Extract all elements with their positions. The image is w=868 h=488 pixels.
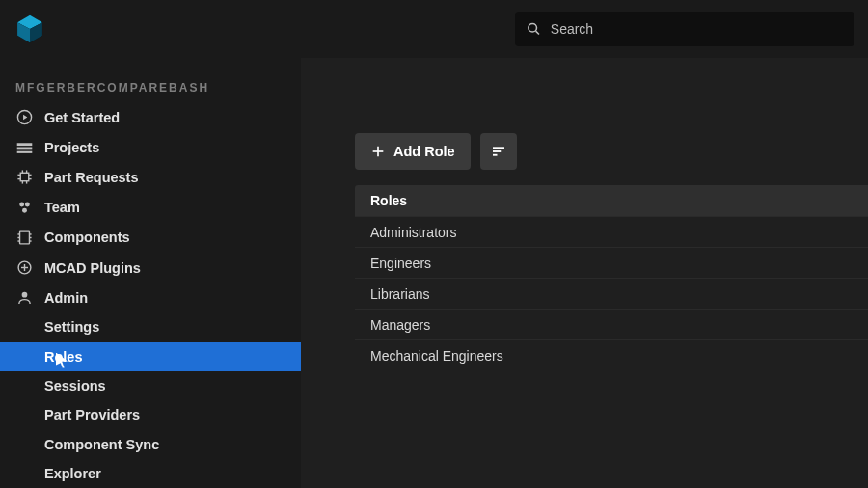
components-icon [15,229,33,246]
svg-point-22 [22,208,27,213]
main-content: Add Role Roles Administrators Engineers … [301,58,868,488]
svg-point-4 [529,23,537,32]
app-root: MFGERBERCOMPAREBASH Get Started Projects… [0,0,868,488]
svg-point-33 [21,292,27,298]
table-row[interactable]: Mechanical Engineers [355,339,868,370]
admin-sub-explorer[interactable]: Explorer [0,459,301,488]
svg-point-21 [24,202,29,206]
workspace-name: MFGERBERCOMPAREBASH [0,81,301,102]
table-header-label: Roles [370,193,407,208]
svg-rect-8 [16,144,32,147]
sidebar-item-admin[interactable]: Admin [0,283,301,312]
table-row[interactable]: Administrators [355,216,868,247]
admin-sub-roles[interactable]: Roles [0,342,301,371]
sidebar-item-label: Projects [44,140,99,155]
table-row[interactable]: Managers [355,309,868,339]
toolbar: Add Role [355,133,517,170]
plus-icon [370,144,386,159]
team-icon [15,199,33,216]
body: MFGERBERCOMPAREBASH Get Started Projects… [0,58,868,488]
search-field[interactable] [515,12,854,46]
admin-sub-component-sync[interactable]: Component Sync [0,429,301,458]
sidebar-item-team[interactable]: Team [0,193,301,223]
plugin-icon [15,259,33,277]
sidebar-item-label: MCAD Plugins [44,260,141,276]
sidebar-item-label: Get Started [44,110,120,125]
admin-sub-part-providers[interactable]: Part Providers [0,400,301,429]
svg-rect-10 [16,151,32,153]
sort-button[interactable] [480,133,517,170]
svg-marker-7 [23,115,27,121]
sidebar: MFGERBERCOMPAREBASH Get Started Projects… [0,58,301,488]
admin-sub-settings[interactable]: Settings [0,312,301,341]
cube-icon [14,13,46,45]
sidebar-item-part-requests[interactable]: Part Requests [0,162,301,192]
search-icon [527,21,541,37]
add-role-button[interactable]: Add Role [355,133,471,170]
sidebar-item-label: Components [44,230,130,245]
sidebar-item-label: Part Requests [44,170,139,185]
admin-icon [15,289,33,307]
svg-rect-9 [16,148,32,150]
chip-icon [15,169,33,186]
table-header: Roles [355,185,868,216]
sidebar-item-label: Team [44,200,80,215]
table-row[interactable]: Librarians [355,278,868,309]
sort-icon [490,143,507,160]
app-logo[interactable] [14,13,46,45]
topbar [0,0,868,58]
svg-rect-11 [20,174,29,182]
sidebar-item-mcad-plugins[interactable]: MCAD Plugins [0,253,301,283]
svg-point-20 [19,202,24,206]
search-input[interactable] [551,21,843,37]
roles-table: Roles Administrators Engineers Librarian… [355,185,868,370]
add-role-label: Add Role [393,144,455,159]
folder-icon [15,139,33,156]
play-icon [15,109,33,126]
sidebar-item-get-started[interactable]: Get Started [0,102,301,132]
svg-line-5 [536,31,539,34]
sidebar-item-components[interactable]: Components [0,223,301,253]
admin-sub-sessions[interactable]: Sessions [0,371,301,400]
svg-rect-23 [19,231,29,244]
table-row[interactable]: Engineers [355,247,868,278]
sidebar-item-projects[interactable]: Projects [0,132,301,162]
sidebar-item-label: Admin [44,290,88,306]
